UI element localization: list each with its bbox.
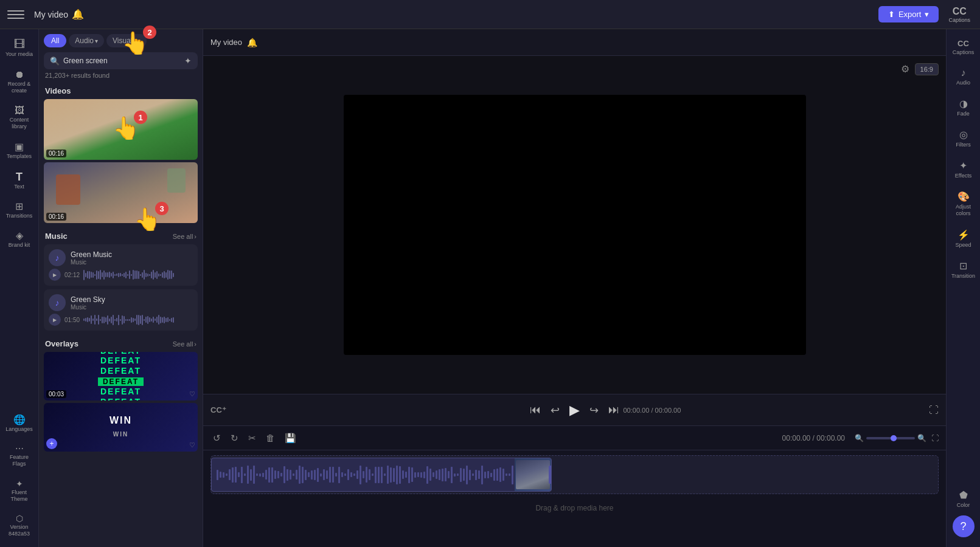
- skip-back-button[interactable]: ⏮: [530, 404, 541, 416]
- project-name[interactable]: My video: [34, 10, 68, 19]
- preview-notification-icon[interactable]: 🔔: [247, 38, 257, 47]
- right-item-adjust-colors[interactable]: 🎨 Adjust colors: [948, 186, 979, 222]
- results-count: 21,203+ results found: [39, 72, 203, 83]
- sidebar-item-transitions[interactable]: ⊞ Transitions: [2, 197, 37, 224]
- save-button[interactable]: 💾: [282, 430, 299, 446]
- zoom-out-icon[interactable]: 🔍: [855, 434, 864, 442]
- music-item-1-controls: ▶ 02:12: [49, 269, 193, 281]
- export-button[interactable]: ⬆ Export ▾: [878, 6, 939, 22]
- transitions-icon: ⊞: [15, 202, 23, 212]
- redo-button[interactable]: ↻: [228, 430, 241, 446]
- fullscreen-icon[interactable]: ⛶: [929, 405, 939, 416]
- right-color-icon: ⬟: [959, 489, 968, 501]
- sidebar-item-fluent-theme[interactable]: ✦ Fluent Theme: [2, 475, 37, 507]
- search-input[interactable]: [63, 57, 181, 65]
- rewind-button[interactable]: ↩: [551, 404, 560, 417]
- playback-controls: CC⁺ ⏮ ↩ ▶ ↪ ⏭ 00:00.00 / 00:00.00 ⛶: [203, 394, 946, 425]
- music-see-all[interactable]: See all ›: [173, 233, 196, 240]
- filter-audio-chevron-icon: ▾: [95, 38, 98, 44]
- filter-tab-visuals[interactable]: Visuals ▾: [106, 34, 146, 47]
- help-button[interactable]: ?: [953, 515, 975, 537]
- aspect-ratio-badge[interactable]: 16:9: [915, 63, 939, 75]
- right-effects-icon: ✦: [959, 160, 967, 171]
- undo-button[interactable]: ↺: [210, 430, 223, 446]
- zoom-thumb[interactable]: [891, 435, 897, 441]
- overlay-grid: DEFEATDEFEATDEFEATDEFEATDEFEATDEFEAT 00:…: [39, 352, 203, 456]
- zoom-in-icon[interactable]: 🔍: [917, 434, 926, 442]
- magic-icon[interactable]: ✦: [184, 56, 192, 66]
- overlay-thumb-win[interactable]: WINWIN + ♡: [44, 403, 198, 452]
- timeline-clip[interactable]: [211, 458, 552, 492]
- right-adjust-colors-label: Adjust colors: [950, 204, 977, 217]
- music-item-1-waveform: [83, 269, 193, 281]
- right-item-fade[interactable]: ◑ Fade: [948, 93, 979, 122]
- music-item-2-controls: ▶ 01:50: [49, 314, 193, 326]
- cut-button[interactable]: ✂: [246, 430, 259, 446]
- hamburger-menu[interactable]: [7, 6, 24, 23]
- sidebar-item-brand-kit[interactable]: ◈ Brand kit: [2, 226, 37, 253]
- settings-icon[interactable]: ⚙: [901, 63, 909, 75]
- music-note-icon-1: ♪: [49, 249, 66, 266]
- export-icon: ⬆: [888, 10, 895, 19]
- sidebar-label-templates: Templates: [7, 153, 32, 159]
- overlay-win-favorite-icon[interactable]: ♡: [189, 441, 195, 449]
- overlay-thumb-defeat[interactable]: DEFEATDEFEATDEFEATDEFEATDEFEATDEFEAT 00:…: [44, 352, 198, 401]
- zoom-slider[interactable]: [866, 437, 915, 439]
- filter-tab-audio[interactable]: Audio ▾: [69, 34, 104, 47]
- music-item-1-play[interactable]: ▶: [49, 269, 61, 281]
- clip-drag-handle[interactable]: [549, 466, 552, 484]
- project-save-icon[interactable]: 🔔: [72, 9, 84, 20]
- clip-wave-pattern: [212, 463, 552, 487]
- sidebar-label-your-media: Your media: [5, 51, 33, 58]
- sidebar-label-brand-kit: Brand kit: [9, 242, 30, 248]
- sidebar-label-languages: Languages: [5, 426, 33, 432]
- sidebar-label-version: Version 8482a53: [4, 524, 35, 537]
- right-item-audio[interactable]: ♪ Audio: [948, 63, 979, 91]
- music-title: Music: [45, 232, 68, 241]
- captions-ctrl-icon[interactable]: CC⁺: [210, 405, 226, 415]
- brand-kit-icon: ◈: [16, 231, 23, 241]
- music-section-header: Music See all ›: [39, 228, 203, 244]
- sidebar-label-content-library: Content library: [4, 117, 35, 130]
- expand-timeline-icon[interactable]: ⛶: [931, 434, 939, 442]
- overlay-defeat-favorite-icon[interactable]: ♡: [189, 390, 195, 398]
- right-audio-icon: ♪: [961, 67, 966, 78]
- video-thumb-2[interactable]: 00:16: [44, 162, 198, 223]
- filter-tabs: All Audio ▾ Visuals ▾: [39, 29, 203, 52]
- music-item-1-subtitle: Music: [71, 259, 112, 266]
- right-item-color[interactable]: ⬟ Color: [948, 484, 979, 513]
- music-item-2-play[interactable]: ▶: [49, 314, 61, 326]
- skip-forward-button[interactable]: ⏭: [608, 404, 619, 416]
- sidebar-item-version[interactable]: ⬡ Version 8482a53: [2, 509, 37, 542]
- captions-button[interactable]: CC Captions: [946, 4, 973, 26]
- right-item-transition[interactable]: ⊡ Transition: [948, 255, 979, 284]
- timeline-time: 00:00.00 / 00:00.00: [782, 434, 845, 442]
- right-item-captions[interactable]: CC Captions: [948, 34, 979, 60]
- right-fade-icon: ◑: [959, 98, 968, 109]
- overlays-see-all[interactable]: See all ›: [173, 340, 196, 348]
- right-item-speed[interactable]: ⚡ Speed: [948, 224, 979, 253]
- video-thumb-1[interactable]: 00:16: [44, 99, 198, 160]
- overlay-win-add-icon[interactable]: +: [46, 438, 57, 449]
- sidebar-item-content-library[interactable]: 🖼 Content library: [2, 101, 37, 135]
- sidebar-item-feature-flags[interactable]: ⋯ Feature Flags: [2, 439, 37, 472]
- sidebar-item-record-create[interactable]: ⏺ Record &create: [2, 65, 37, 99]
- music-item-1-info: Green Music Music: [71, 250, 112, 266]
- delete-button[interactable]: 🗑: [263, 430, 277, 446]
- right-filters-icon: ◎: [959, 129, 968, 140]
- filter-tab-all[interactable]: All: [44, 34, 66, 47]
- right-item-filters[interactable]: ◎ Filters: [948, 124, 979, 153]
- right-adjust-colors-icon: 🎨: [957, 191, 970, 202]
- sidebar-item-your-media[interactable]: 🎞 Your media: [2, 34, 37, 63]
- content-scroll[interactable]: Videos 00:16 00:16 Music: [39, 83, 203, 547]
- play-button[interactable]: ▶: [569, 402, 580, 418]
- forward-button[interactable]: ↪: [589, 404, 599, 417]
- fluent-theme-icon: ✦: [16, 480, 23, 488]
- right-item-effects[interactable]: ✦ Effects: [948, 155, 979, 184]
- right-speed-label: Speed: [955, 242, 971, 248]
- timeline-content: Drag & drop media here: [203, 450, 946, 547]
- sidebar-label-feature-flags: Feature Flags: [4, 454, 35, 467]
- sidebar-item-templates[interactable]: ▣ Templates: [2, 137, 37, 164]
- sidebar-item-text[interactable]: T Text: [2, 167, 37, 194]
- sidebar-item-languages[interactable]: 🌐 Languages: [2, 410, 37, 437]
